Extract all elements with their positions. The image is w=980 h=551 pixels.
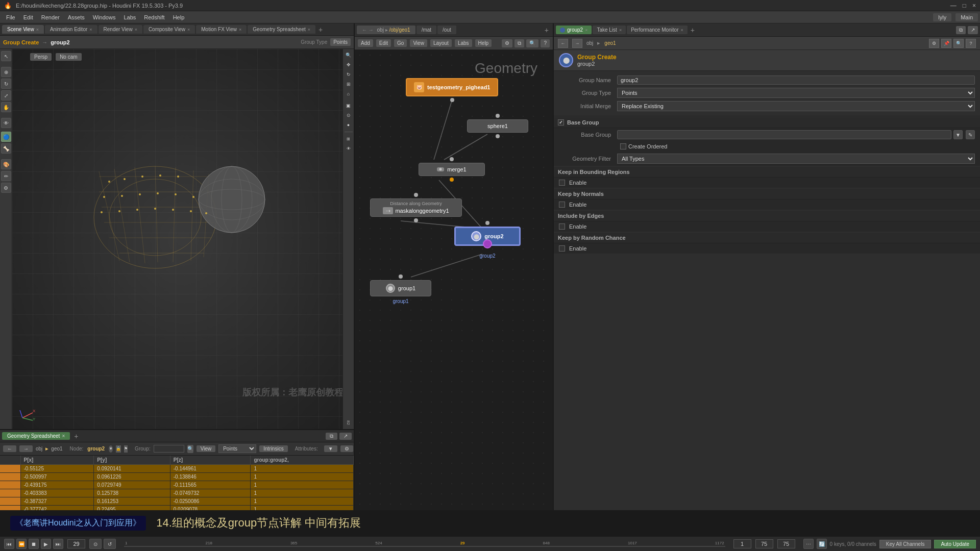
geo-popout-btn[interactable]: ↗	[339, 433, 352, 440]
base-group-enable-checkbox[interactable]	[558, 119, 564, 126]
handle-tool-btn[interactable]: ✋	[1, 102, 11, 112]
skip-start-btn[interactable]: ⏮	[4, 539, 14, 549]
base-group-btn[interactable]: ▼	[953, 130, 963, 139]
geo-view-select[interactable]: Points Primitives Vertices	[218, 444, 256, 453]
node-edit-btn[interactable]: Edit	[376, 39, 391, 47]
prop-initial-merge-select[interactable]: Replace Existing Union with Existing	[617, 101, 975, 111]
keep-random-checkbox[interactable]	[559, 245, 565, 252]
menu-help[interactable]: Help	[169, 13, 189, 21]
geo-tab-add[interactable]: +	[72, 432, 80, 440]
geo-node-menu-btn[interactable]: ▼	[109, 445, 113, 453]
prop-group-name-input[interactable]	[617, 76, 975, 85]
geo-filter2-btn[interactable]: ▼	[324, 445, 337, 452]
keep-normals-checkbox[interactable]	[559, 202, 565, 208]
right-tab-add[interactable]: +	[689, 26, 697, 34]
right-tab-group2-close[interactable]: ×	[585, 28, 587, 33]
view-tool-btn[interactable]: 👁	[1, 118, 11, 128]
base-group-edit-btn[interactable]: ✎	[966, 130, 975, 139]
node-tab-back-btn[interactable]: ←	[362, 27, 367, 33]
play-btn[interactable]: ▶	[41, 539, 51, 549]
persp-button[interactable]: Persp	[30, 53, 52, 61]
tab-geo-spreadsheet-top-close[interactable]: ×	[308, 27, 310, 32]
close-button[interactable]: ×	[972, 2, 976, 9]
node-tab-mat[interactable]: /mat	[416, 26, 436, 34]
node-tab-forward-btn[interactable]: →	[369, 27, 374, 33]
current-frame-input[interactable]	[67, 539, 85, 548]
right-tab-take-list[interactable]: Take List ×	[593, 26, 626, 34]
vis-btn[interactable]: 👁	[345, 144, 353, 153]
frame-btn[interactable]: ⊞	[345, 80, 353, 88]
workspace-label[interactable]: Main	[955, 13, 978, 21]
edit-tool-btn[interactable]: ✏	[1, 171, 11, 181]
pan-btn[interactable]: ✥	[345, 61, 353, 69]
node-maskalong[interactable]: Distance along Geometry ⇢ maskalonggeome…	[370, 193, 462, 222]
tab-composite-view[interactable]: Composite View ×	[143, 25, 195, 34]
geometry-filter-select[interactable]: All Types Points Primitives	[617, 154, 975, 164]
cam-button[interactable]: No cam	[56, 53, 81, 61]
stop-btn[interactable]: ⏹	[29, 539, 39, 549]
zoom-in-btn[interactable]: 🔍	[345, 51, 353, 59]
node-view-btn[interactable]: View	[410, 39, 427, 47]
col-header-group[interactable]: group:group2,	[251, 456, 354, 465]
tab-add-button[interactable]: +	[316, 26, 325, 34]
tab-motion-fx[interactable]: Motion FX View ×	[196, 25, 247, 34]
create-ordered-checkbox[interactable]	[620, 143, 626, 149]
node-group2[interactable]: ⬤ group2 group2	[454, 221, 521, 259]
geo-intrinsics-btn[interactable]: Intrinsics	[259, 445, 287, 452]
menu-render[interactable]: Render	[37, 13, 64, 21]
render-btn[interactable]: ●	[345, 121, 353, 129]
props-forward-btn[interactable]: →	[572, 39, 582, 48]
geo-back-btn[interactable]: ←	[3, 445, 16, 452]
tab-composite-view-close[interactable]: ×	[187, 27, 190, 32]
snap-btn[interactable]: ⊙	[345, 111, 353, 119]
dots-btn[interactable]: ⋯	[803, 539, 814, 549]
menu-file[interactable]: File	[2, 13, 19, 21]
tab-animation-editor[interactable]: Animation Editor ×	[45, 25, 97, 34]
props-back-btn[interactable]: ←	[558, 39, 568, 48]
grid-btn[interactable]: ⊞	[345, 135, 353, 143]
node-canvas[interactable]: Geometry 🐷 testgeometry_pighead1	[355, 50, 553, 534]
geo-spreadsheet-tab[interactable]: Geometry Spreadsheet ×	[2, 432, 70, 440]
geo-group-input[interactable]	[154, 445, 184, 453]
menu-labs[interactable]: Labs	[119, 13, 140, 21]
node-help-btn[interactable]: Help	[475, 39, 492, 47]
scale-tool-btn[interactable]: ⤢	[1, 90, 11, 101]
home-btn[interactable]: ⌂	[345, 90, 353, 98]
rotate-view-btn[interactable]: ↻	[345, 70, 353, 79]
step-back-btn[interactable]: ⏪	[16, 539, 27, 549]
tab-geo-spreadsheet-top[interactable]: Geometry Spreadsheet ×	[248, 25, 315, 34]
geo-table-row[interactable]: -0.500997 0.0961226 -0.138846 1	[0, 473, 354, 481]
geo-forward-btn[interactable]: →	[19, 445, 33, 452]
right-tab-group2[interactable]: group2 ×	[556, 26, 592, 34]
tab-motion-fx-close[interactable]: ×	[239, 27, 241, 32]
3d-viewport[interactable]: 版权所属：老鹰原创教程 Persp No cam X Y	[12, 49, 354, 429]
param-tool-btn[interactable]: ⚙	[1, 183, 11, 193]
node-graph-settings-btn[interactable]: ⚙	[502, 39, 512, 47]
maximize-button[interactable]: □	[963, 2, 966, 9]
node-labs-btn[interactable]: Labs	[455, 39, 472, 47]
clock-btn[interactable]: 🔄	[817, 539, 827, 549]
node-merge1[interactable]: ⊕ merge1	[419, 157, 485, 182]
node-tab-obj[interactable]: ← → obj ▸ /obj/geo1	[357, 26, 415, 34]
key-all-channels-btn[interactable]: Key All Channels	[879, 540, 932, 548]
tab-animation-editor-close[interactable]: ×	[89, 27, 92, 32]
timeline-track[interactable]	[124, 546, 725, 547]
geo-table-row[interactable]: -0.387327 0.161253 -0.0250086 1	[0, 497, 354, 506]
loop-btn[interactable]: ↺	[104, 539, 116, 549]
minimize-button[interactable]: —	[950, 2, 957, 9]
transform-tool-btn[interactable]: ⊕	[1, 67, 11, 77]
geo-spreadsheet-tab-close[interactable]: ×	[62, 433, 65, 439]
props-help-btn[interactable]: ?	[966, 39, 976, 48]
pose-tool-btn[interactable]: 🦴	[1, 143, 11, 154]
menu-windows[interactable]: Windows	[89, 13, 120, 21]
node-graph-search-btn[interactable]: 🔍	[526, 39, 538, 47]
right-tab-perf-monitor[interactable]: Performance Monitor ×	[627, 26, 688, 34]
right-tab-take-list-close[interactable]: ×	[619, 28, 622, 33]
user-label[interactable]: lyly	[933, 13, 951, 21]
tab-scene-view-close[interactable]: ×	[36, 27, 39, 32]
right-panel-popout-btn[interactable]: ↗	[968, 26, 978, 34]
node-tab-out[interactable]: /out	[437, 26, 456, 34]
node-graph-zoom-btn[interactable]: ⧉	[514, 39, 524, 47]
rotate-tool-btn[interactable]: ↻	[1, 79, 11, 89]
node-tab-add[interactable]: +	[543, 26, 551, 34]
